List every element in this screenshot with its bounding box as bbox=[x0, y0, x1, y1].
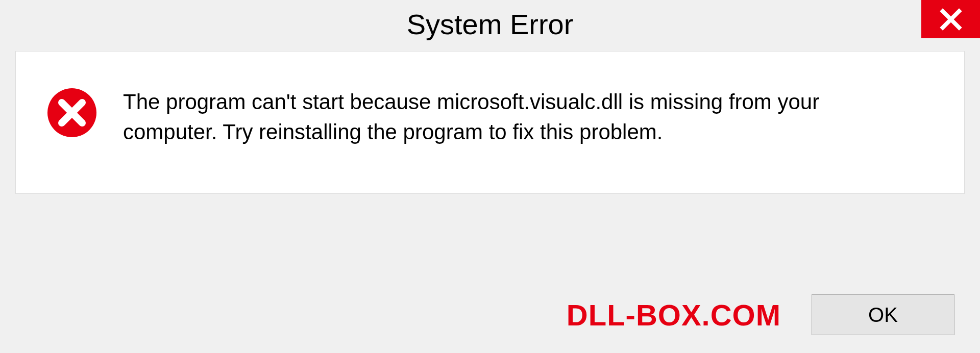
error-message-text: The program can't start because microsof… bbox=[123, 87, 914, 147]
titlebar: System Error bbox=[0, 0, 980, 48]
close-icon bbox=[939, 7, 963, 32]
dialog-footer: DLL-BOX.COM OK bbox=[0, 294, 980, 335]
close-button[interactable] bbox=[921, 0, 980, 38]
error-icon bbox=[46, 87, 97, 140]
dialog-content-panel: The program can't start because microsof… bbox=[15, 51, 965, 194]
dialog-title: System Error bbox=[407, 8, 574, 41]
ok-button[interactable]: OK bbox=[812, 294, 954, 335]
watermark-text: DLL-BOX.COM bbox=[567, 298, 781, 332]
